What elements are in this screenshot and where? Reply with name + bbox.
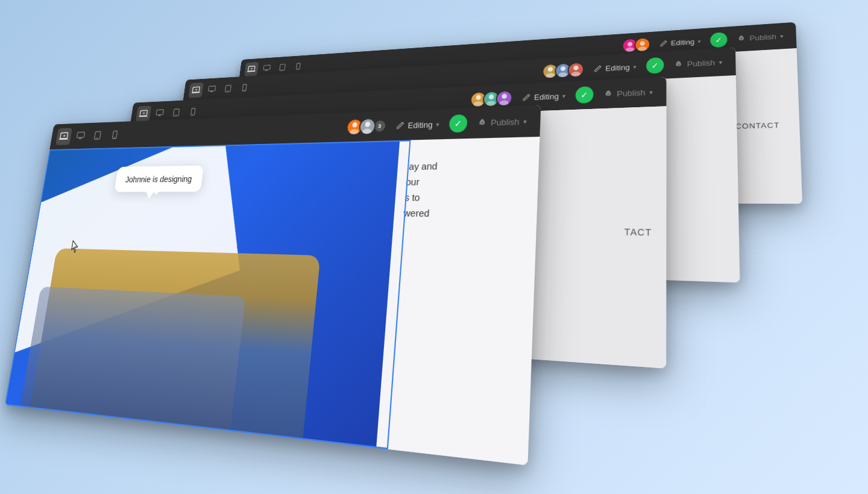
avatar-group-4: 3 [345,117,387,136]
chevron-icon: ▾ [698,38,701,44]
phone-icon-4[interactable] [106,126,124,144]
tablet-icon-2[interactable] [220,81,236,96]
toolbar-right-3: Editing ▾ ✓ Publish ▾ [470,83,658,108]
svg-point-3 [281,69,283,70]
laptop-star-icon-3[interactable] [136,106,151,122]
scene: Editing ▾ ✓ Publish ▾ CONTACT [0,0,868,494]
text-line-2: our [405,173,528,190]
svg-rect-30 [156,110,164,115]
pencil-icon-2 [593,64,602,73]
publish-button-2[interactable]: Publish ▾ [669,55,728,71]
editing-button-3[interactable]: Editing ▾ [517,89,571,104]
desktop-icon-4[interactable] [72,127,89,145]
chevron-icon: ▾ [634,63,637,70]
editing-button-1[interactable]: Editing ▾ [655,35,706,50]
svg-point-48 [96,137,98,139]
fabric-element-2 [20,286,246,431]
svg-point-5 [298,68,298,69]
svg-rect-46 [77,132,84,137]
check-circle-3: ✓ [576,86,594,104]
chevron-icon: ▾ [523,117,527,125]
publish-label-2: Publish [687,58,715,68]
tablet-icon[interactable] [275,60,290,75]
rocket-icon-2 [675,60,684,69]
desktop-icon-3[interactable] [152,105,168,121]
publish-button-4[interactable]: Publish ▾ [472,113,532,130]
svg-rect-14 [209,86,216,91]
window-body-4: lay and our s to wered Johnnie is design… [5,137,540,466]
publish-button-1[interactable]: Publish ▾ [732,30,789,45]
rocket-icon-3 [604,89,613,98]
tablet-icon-3[interactable] [168,104,184,120]
desktop-icon-2[interactable] [204,81,220,97]
svg-point-18 [244,90,244,90]
laptop-star-icon-4[interactable] [55,128,72,145]
publish-label-3: Publish [617,88,646,98]
toolbar-right-4: 3 Editing ▾ ✓ Publish ▾ [345,112,532,136]
svg-point-34 [192,114,193,114]
tooltip: Johnnie is designing [115,166,204,192]
avatar-group-2 [542,61,584,79]
avatar [634,37,650,52]
nav-text-1: CONTACT [735,120,780,130]
editing-label-2: Editing [605,63,629,72]
desktop-icon[interactable] [260,61,274,76]
editing-label-3: Editing [534,92,559,101]
tooltip-arrow [145,192,154,198]
editing-button-2[interactable]: Editing ▾ [588,60,641,75]
avatar [567,61,584,78]
pencil-icon-4 [395,121,404,130]
editing-label-4: Editing [407,120,433,130]
nav-text-3: TACT [624,227,652,237]
svg-point-32 [175,114,177,116]
check-circle-2: ✓ [646,57,664,74]
avatar-group-3 [470,90,513,108]
check-circle-1: ✓ [711,32,728,48]
phone-icon[interactable] [291,59,306,74]
text-line-1: lay and [406,157,529,174]
chevron-icon: ▾ [780,33,784,39]
chevron-icon: ▾ [436,120,439,128]
phone-icon-2[interactable] [237,80,253,95]
editing-button-4[interactable]: Editing ▾ [391,117,445,133]
pencil-icon-3 [522,93,531,102]
chevron-icon: ▾ [562,92,566,99]
toolbar-left-4 [55,117,342,145]
rocket-icon-4 [477,118,487,127]
chevron-icon: ▾ [649,89,653,95]
publish-button-3[interactable]: Publish ▾ [599,84,658,101]
phone-icon-3[interactable] [185,104,201,120]
chevron-icon: ▾ [719,58,723,65]
toolbar-right-2: Editing ▾ ✓ Publish ▾ [542,54,728,80]
text-line-3: s to [404,189,527,205]
publish-label-1: Publish [749,33,776,42]
rocket-icon [737,34,746,42]
laptop-star-icon[interactable] [244,62,259,77]
avatar-group-1 [621,37,650,54]
window-4: 3 Editing ▾ ✓ Publish ▾ [5,105,541,465]
avatar [495,90,513,107]
pencil-icon [659,40,667,48]
check-circle-4: ✓ [449,114,468,133]
publish-label-4: Publish [491,117,520,128]
tablet-icon-4[interactable] [89,127,107,144]
svg-point-16 [227,90,228,92]
editing-label-1: Editing [671,37,694,46]
laptop-star-icon-2[interactable] [188,83,203,98]
text-content-area: lay and our s to wered [376,137,539,466]
svg-rect-49 [113,131,118,139]
text-line-4: wered [403,205,527,222]
tooltip-text: Johnnie is designing [125,174,192,184]
svg-point-50 [114,137,115,138]
svg-rect-1 [263,65,271,70]
blue-image-area [5,140,400,448]
